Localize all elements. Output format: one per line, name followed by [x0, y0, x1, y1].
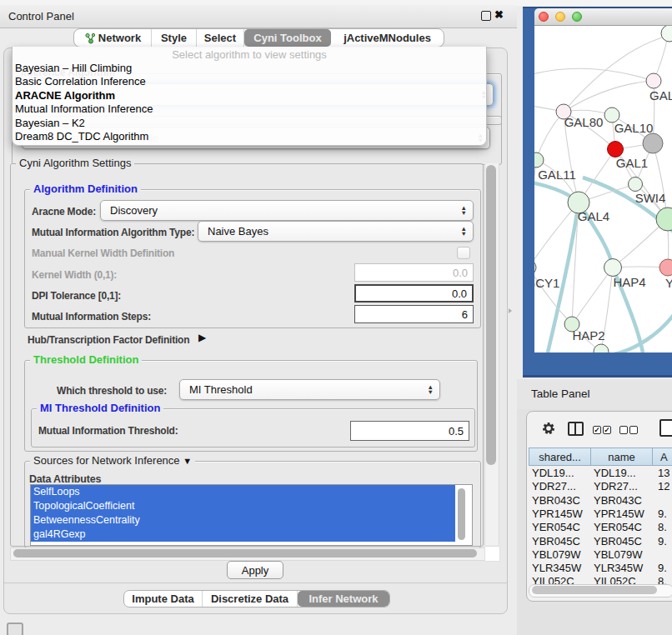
tab-jactivemnodules[interactable]: jActiveMNodules [331, 29, 444, 47]
zoom-light-icon[interactable] [572, 12, 582, 22]
list-item[interactable]: SelfLoops [31, 485, 455, 499]
table-cell[interactable]: YER054C [532, 521, 580, 533]
tab-label: Network [98, 32, 141, 44]
deselect-all-icon[interactable] [619, 426, 638, 434]
tab-select[interactable]: Select [197, 29, 244, 47]
aracne-mode-combo[interactable]: Discovery▲▼ [100, 200, 474, 221]
popup-item[interactable]: Bayesian – Hill Climbing [13, 62, 486, 75]
list-item[interactable]: gal4RGexp [31, 528, 455, 542]
tab-infer-network[interactable]: Infer Network [298, 591, 389, 607]
dpi-tolerance-label: DPI Tolerance [0,1]: [32, 290, 121, 302]
tab-discretize-data[interactable]: Discretize Data [203, 591, 298, 607]
column-header-name[interactable]: name [590, 448, 653, 466]
control-panel-tabs: Network Style Select Cyni Toolbox jActiv… [73, 28, 444, 48]
select-all-icon[interactable]: ✓✓ [593, 426, 611, 434]
node[interactable] [661, 26, 672, 42]
tab-style[interactable]: Style [152, 29, 197, 47]
table-cell[interactable]: YLR345W [532, 562, 581, 574]
table-cell[interactable]: 8. [658, 521, 667, 533]
columns-icon[interactable] [568, 422, 584, 436]
table-cell[interactable]: YDR27... [594, 480, 638, 492]
node-gal1-selected[interactable] [608, 142, 624, 158]
which-threshold-label: Which threshold to use: [57, 385, 167, 397]
table-cell[interactable]: 9. [658, 562, 667, 574]
node-gray[interactable] [643, 133, 663, 153]
column-header-3[interactable]: A [652, 448, 672, 466]
splitter-collapse-arrow[interactable] [509, 308, 512, 313]
new-table-icon[interactable] [659, 419, 672, 437]
which-threshold-combo[interactable]: MI Threshold▲▼ [179, 379, 440, 400]
divider [4, 582, 507, 583]
gear-icon[interactable] [541, 421, 556, 436]
mi-steps-label: Mutual Information Steps: [32, 311, 151, 322]
tab-impute-data[interactable]: Impute Data [124, 591, 203, 607]
table-cell[interactable]: 9. [658, 508, 667, 520]
table-cell[interactable]: YDR27... [532, 480, 576, 492]
float-window-icon[interactable] [481, 11, 491, 21]
mi-steps-input[interactable]: 6 [354, 305, 474, 323]
dpi-tolerance-input[interactable]: 0.0 [354, 284, 474, 302]
node-label-gal4: GAL4 [578, 209, 609, 223]
apply-button[interactable]: Apply [227, 561, 283, 579]
mi-threshold-input[interactable]: 0.5 [350, 421, 469, 441]
table-cell[interactable]: YBR045C [594, 535, 642, 548]
expand-arrow-icon[interactable]: ▶ [198, 332, 206, 343]
table-cell[interactable]: YBL079W [532, 548, 581, 561]
node-label-gal7: GAL7 [649, 88, 672, 102]
tab-cyni-toolbox[interactable]: Cyni Toolbox [244, 29, 331, 47]
settings-hscrollbar-thumb[interactable] [13, 549, 477, 558]
table-cell[interactable]: YBR043C [594, 494, 642, 507]
tab-label: Style [161, 32, 187, 44]
docked-panel-icon[interactable] [7, 622, 23, 635]
popup-item-selected[interactable]: ARACNE Algorithm [13, 89, 486, 102]
table-cell[interactable]: YDL19... [594, 467, 636, 479]
network-window-titlebar [534, 8, 672, 26]
tab-network[interactable]: Network [74, 29, 152, 47]
collapse-arrow-icon[interactable]: ▼ [183, 456, 192, 466]
node-gal7[interactable] [646, 73, 661, 88]
table-cell[interactable]: YBR043C [532, 494, 580, 507]
kernel-width-label: Kernel Width (0,1): [32, 269, 117, 281]
table-cell[interactable]: YPR145W [532, 508, 583, 520]
node-gcy1[interactable] [534, 260, 536, 275]
manual-kernel-checkbox[interactable] [457, 247, 470, 259]
kernel-width-input[interactable]: 0.0 [354, 263, 474, 282]
network-canvas[interactable]: GAL7 GAL80 GAL10 GAL1 GAL11 SWI4 GAL4 GC… [534, 26, 672, 352]
network-window: GAL7 GAL80 GAL10 GAL1 GAL11 SWI4 GAL4 GC… [534, 8, 672, 352]
manual-kernel-label: Manual Kernel Width Definition [32, 248, 174, 259]
table-cell[interactable]: YBR045C [532, 535, 580, 548]
table-cell[interactable]: 9. [658, 535, 667, 548]
list-item[interactable]: TopologicalCoefficient [31, 499, 455, 513]
tab-label: Infer Network [308, 592, 378, 605]
combo-arrows-icon: ▲▼ [461, 227, 467, 237]
popup-item[interactable]: Dream8 DC_TDC Algorithm [13, 130, 486, 143]
settings-vscrollbar-thumb[interactable] [486, 165, 496, 465]
minimize-light-icon[interactable] [555, 12, 565, 22]
close-panel-icon[interactable]: ✖ [494, 8, 504, 21]
popup-item[interactable]: Bayesian – K2 [13, 117, 486, 130]
table-cell[interactable]: YDL19... [532, 467, 574, 479]
popup-item[interactable]: Basic Correlation Inference [13, 75, 486, 88]
node-hap4[interactable] [604, 259, 622, 277]
node-swi4[interactable] [629, 178, 643, 192]
mi-type-combo[interactable]: Naive Bayes▲▼ [198, 221, 474, 242]
column-header-shared[interactable]: shared... [529, 448, 591, 466]
list-item[interactable]: BetweennessCentrality [31, 513, 455, 528]
close-light-icon[interactable] [539, 12, 549, 22]
tab-label: jActiveMNodules [344, 32, 431, 44]
table-cell[interactable]: YER054C [594, 521, 642, 533]
node-label-gal1: GAL1 [616, 156, 648, 170]
node-gal11[interactable] [534, 152, 544, 168]
network-graph: GAL7 GAL80 GAL10 GAL1 GAL11 SWI4 GAL4 GC… [534, 26, 672, 352]
tab-label: Discretize Data [211, 592, 288, 605]
list-scrollbar-thumb[interactable] [458, 488, 465, 540]
table-cell[interactable]: 12 [658, 480, 669, 492]
table-hscrollbar-thumb[interactable] [532, 586, 657, 594]
table-cell[interactable]: YPR145W [594, 508, 644, 520]
popup-item[interactable]: Mutual Information Inference [13, 102, 486, 116]
node[interactable] [594, 344, 609, 352]
table-cell[interactable]: 13 [658, 467, 669, 479]
table-cell[interactable]: YBL079W [594, 548, 643, 561]
node-salmon[interactable] [659, 259, 672, 276]
table-cell[interactable]: YLR345W [594, 562, 643, 574]
